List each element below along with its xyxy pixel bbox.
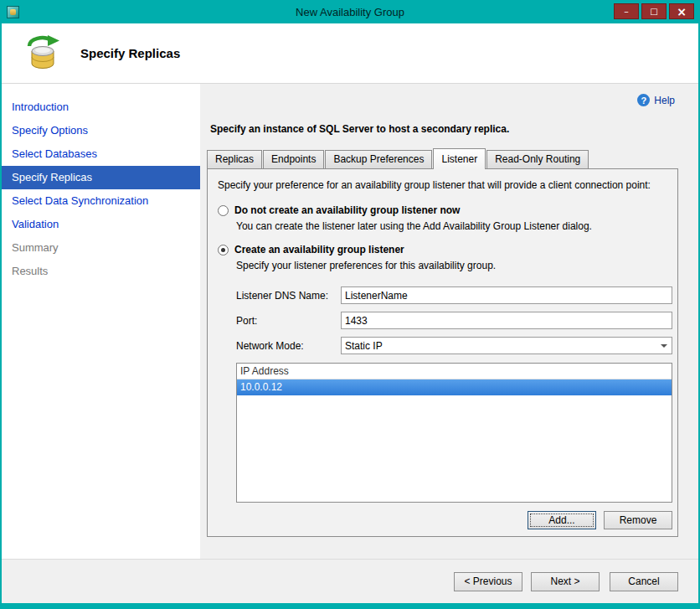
wizard-header: Specify Replicas — [2, 23, 698, 84]
tab-backup-preferences[interactable]: Backup Preferences — [325, 150, 432, 168]
sidebar-item-select-data-synchronization[interactable]: Select Data Synchronization — [2, 189, 200, 213]
ip-address-column-header: IP Address — [237, 364, 672, 379]
help-label[interactable]: Help — [654, 95, 675, 106]
sidebar-item-results: Results — [2, 260, 200, 283]
tab-endpoints[interactable]: Endpoints — [263, 150, 324, 168]
dns-name-label: Listener DNS Name: — [236, 290, 341, 302]
page-title: Specify Replicas — [80, 46, 180, 60]
wizard-footer: < Previous Next > Cancel — [2, 559, 698, 603]
tab-strip: ReplicasEndpointsBackup PreferencesListe… — [207, 148, 678, 168]
no-listener-radio[interactable] — [218, 205, 229, 216]
ip-address-row[interactable]: 10.0.0.12 — [237, 379, 672, 395]
replicas-database-icon — [23, 34, 62, 73]
titlebar[interactable]: New Availability Group – □ × — [2, 0, 698, 23]
tab-listener[interactable]: Listener — [433, 148, 486, 169]
sidebar-item-introduction[interactable]: Introduction — [2, 95, 200, 119]
help-icon: ? — [637, 94, 650, 106]
ip-address-list-rows: 10.0.0.12 — [237, 379, 672, 395]
instruction-text: Specify an instance of SQL Server to hos… — [210, 123, 678, 135]
dns-name-input[interactable] — [341, 286, 672, 304]
previous-button[interactable]: < Previous — [454, 572, 522, 591]
add-button[interactable]: Add... — [528, 511, 596, 529]
listener-form: Listener DNS Name: Port: Network Mode: S… — [236, 286, 672, 354]
create-listener-radio[interactable] — [218, 245, 229, 255]
sidebar-item-summary: Summary — [2, 236, 200, 260]
close-button[interactable]: × — [669, 3, 694, 19]
radio-row-create-listener: Create an availability group listener — [218, 244, 672, 255]
window-bottom-border — [2, 603, 698, 609]
radio-row-no-listener: Do not create an availability group list… — [218, 204, 672, 216]
help-link[interactable]: ? Help — [203, 94, 675, 106]
listener-tab-panel: Specify your preference for an availabil… — [207, 168, 678, 537]
listener-description: Specify your preference for an availabil… — [218, 179, 672, 191]
main-panel: ? Help Specify an instance of SQL Server… — [200, 84, 698, 559]
chevron-down-icon — [656, 338, 672, 354]
next-button[interactable]: Next > — [531, 572, 600, 591]
wizard-body: IntroductionSpecify OptionsSelect Databa… — [2, 84, 698, 559]
network-mode-dropdown[interactable]: Static IP — [341, 337, 672, 354]
create-listener-radio-label[interactable]: Create an availability group listener — [234, 244, 404, 255]
cancel-button[interactable]: Cancel — [610, 572, 678, 591]
create-listener-description: Specify your listener preferences for th… — [236, 260, 672, 271]
ip-address-list: IP Address 10.0.0.12 — [236, 363, 672, 503]
app-icon[interactable] — [7, 6, 19, 18]
no-listener-description: You can create the listener later using … — [236, 220, 672, 232]
sidebar-item-specify-options[interactable]: Specify Options — [2, 119, 200, 142]
remove-button[interactable]: Remove — [604, 511, 672, 529]
sidebar-item-select-databases[interactable]: Select Databases — [2, 142, 200, 166]
sidebar-nav: IntroductionSpecify OptionsSelect Databa… — [2, 84, 200, 559]
window-title: New Availability Group — [2, 6, 698, 18]
network-mode-label: Network Mode: — [236, 340, 341, 352]
window-controls: – □ × — [614, 3, 694, 19]
tab-read-only-routing[interactable]: Read-Only Routing — [486, 150, 589, 168]
port-input[interactable] — [341, 312, 672, 329]
port-label: Port: — [236, 315, 341, 327]
no-listener-radio-label[interactable]: Do not create an availability group list… — [234, 204, 460, 216]
tab-replicas[interactable]: Replicas — [207, 150, 262, 168]
maximize-button[interactable]: □ — [641, 3, 667, 19]
sidebar-item-validation[interactable]: Validation — [2, 213, 200, 236]
minimize-button[interactable]: – — [614, 3, 639, 19]
sidebar-item-specify-replicas[interactable]: Specify Replicas — [2, 166, 200, 189]
network-mode-value: Static IP — [345, 340, 383, 352]
ip-list-actions: Add... Remove — [216, 511, 672, 529]
new-availability-group-window: New Availability Group – □ × Specify Rep… — [0, 0, 700, 609]
